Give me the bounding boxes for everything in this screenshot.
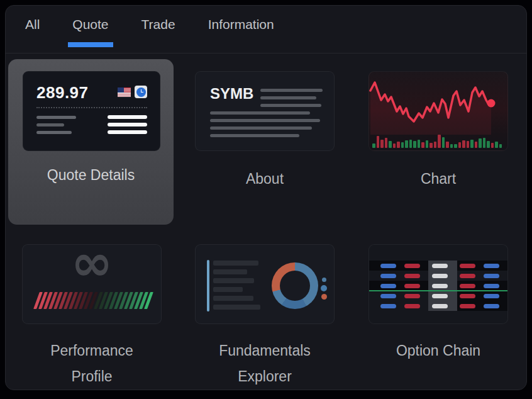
value-pill [460,284,475,288]
value-pill [380,274,396,278]
value-pill [432,304,448,308]
volume-bar [409,140,413,148]
about-thumbnail: SYMB [195,71,335,151]
option-rows [369,261,508,310]
placeholder-line [108,130,147,134]
option-row [369,271,508,280]
card-option-chain[interactable]: Option Chain [369,244,508,392]
placeholder-line [260,104,321,107]
legend-dot [321,294,327,300]
volume-bar [393,143,396,148]
quote-details-thumbnail: 289.97 [23,71,160,151]
volume-bar [385,138,388,148]
bar [213,305,260,310]
value-pill [380,264,396,268]
placeholder-line [108,115,147,119]
volume-bar [413,141,416,148]
volume-bar [426,140,429,148]
card-label: Option Chain [369,338,508,364]
volume-bar [405,140,408,148]
card-about[interactable]: SYMB About [195,71,335,191]
bar [213,296,253,301]
volume-bar [495,142,498,148]
volume-bar [470,140,474,148]
quote-price: 289.97 [36,83,89,103]
dotted-divider [36,107,147,108]
placeholder-line [260,96,316,99]
bar [213,269,247,274]
option-row [369,301,508,310]
volume-bar [442,137,445,148]
value-pill [432,294,448,298]
placeholder-line [108,123,147,126]
tab-quote[interactable]: Quote [72,5,108,44]
tab-all[interactable]: All [25,5,40,44]
value-pill [484,294,499,298]
card-quote-details[interactable]: 289.97 Quote Details [8,59,174,225]
placeholder-line [36,123,64,126]
volume-bar [421,142,424,148]
tab-information[interactable]: Information [208,5,274,44]
chart-thumbnail [369,71,508,151]
value-pill [380,284,396,288]
legend-dot [321,285,327,291]
card-label: Chart [369,166,508,192]
value-pill [460,294,475,298]
volume-bar [467,141,470,148]
bar [213,261,258,266]
volume-bar [450,144,453,148]
volume-bar [434,142,437,148]
volume-bar [397,142,400,148]
volume-bar [372,143,375,148]
clock-icon [135,86,147,98]
value-pill [460,264,475,268]
value-pill [484,274,499,278]
placeholder-line [36,116,76,119]
option-row [369,291,508,300]
card-chart[interactable]: Chart [369,71,508,191]
value-pill [404,294,420,298]
volume-bar [458,142,462,148]
volume-bar [479,138,482,148]
volume-bar [487,141,490,148]
performance-gradient-stripes [36,292,153,309]
fundamentals-explorer-thumbnail [195,244,335,324]
volume-bar [499,144,502,148]
card-label: Quote Details [8,162,174,188]
placeholder-line [260,89,323,92]
value-pill [484,284,499,288]
tab-trade[interactable]: Trade [141,5,175,44]
value-pill [484,264,499,268]
axis-line [207,260,209,312]
last-price-dot [487,99,496,108]
value-pill [404,284,420,288]
volume-bar [483,138,486,148]
performance-profile-thumbnail: ∞ [22,244,162,324]
volume-bar [401,142,404,148]
horizontal-bars [213,261,260,310]
card-fundamentals-explorer[interactable]: Fundamentals Explorer [195,244,335,392]
value-pill [432,274,448,278]
placeholder-line [36,131,72,134]
volume-bar [389,141,392,148]
volume-bar [380,140,384,148]
infinity-icon: ∞ [23,244,161,285]
symbol-text: SYMB [210,85,253,103]
bar [213,287,243,292]
volume-bar [418,140,421,148]
value-pill [460,304,475,308]
legend-dot [322,278,326,282]
volume-bar [446,142,449,148]
value-pill [404,264,420,268]
volume-bar [377,136,380,148]
option-chain-thumbnail [369,244,508,324]
value-pill [380,294,396,298]
value-pill [404,274,420,278]
card-performance-profile[interactable]: ∞ Performance Profile [22,244,162,392]
us-flag-icon [118,87,131,97]
donut-chart-icon [272,262,318,309]
value-pill [380,304,396,308]
volume-bar [438,135,441,148]
placeholder-line [210,134,299,137]
card-label: About [195,166,335,192]
